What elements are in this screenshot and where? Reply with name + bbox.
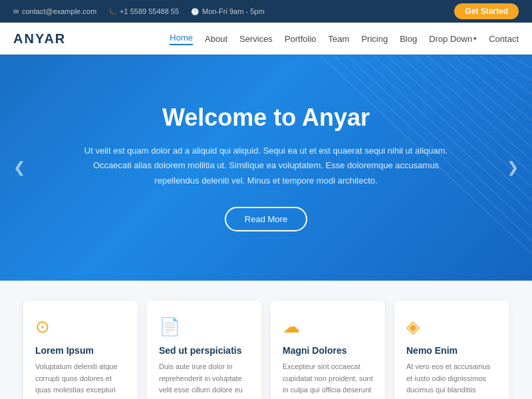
hero-next-arrow[interactable]: ❯: [507, 159, 519, 176]
nav-team[interactable]: Team: [329, 34, 350, 44]
navbar: ANYAR Home About Services Portfolio Team…: [0, 23, 532, 55]
nav-links: Home About Services Portfolio Team Prici…: [170, 33, 519, 45]
read-more-button[interactable]: Read More: [225, 207, 307, 231]
feature-card: ◈ Nemo Enim At vero eos et accusamus et …: [394, 301, 509, 399]
nav-home[interactable]: Home: [170, 33, 193, 45]
hero-prev-arrow[interactable]: ❮: [13, 159, 25, 176]
hero-text: Ut velit est quam dolor ad a aliquid qui…: [80, 144, 452, 188]
dribbble-icon: ⊙: [35, 317, 126, 337]
nav-about[interactable]: About: [205, 34, 227, 44]
feature-card: 📄 Sed ut perspiciatis Duis aute irure do…: [147, 301, 261, 399]
feature-card: ☁ Magni Dolores Excepteur sint occaecat …: [271, 301, 385, 399]
card-text: Excepteur sint occaecat cupidatat non pr…: [283, 361, 373, 399]
hours-info: 🕐 Mon-Fri 9am - 5pm: [191, 7, 265, 15]
cards-section: ⊙ Lorem Ipsum Voluptatum deleniti atque …: [0, 281, 532, 399]
svg-line-11: [492, 55, 532, 81]
hours-text: Mon-Fri 9am - 5pm: [202, 7, 265, 15]
layers-icon: ◈: [406, 317, 497, 337]
card-title: Sed ut perspiciatis: [159, 345, 249, 356]
card-title: Nemo Enim: [406, 345, 497, 356]
nav-pricing[interactable]: Pricing: [361, 34, 388, 44]
email-contact: ✉ contact@example.com: [13, 7, 96, 15]
email-icon: ✉: [13, 8, 19, 15]
nav-contact[interactable]: Contact: [489, 34, 519, 44]
email-text: contact@example.com: [22, 7, 96, 15]
card-title: Magni Dolores: [283, 345, 373, 356]
phone-contact: 📞 +1 5589 55488 55: [108, 7, 179, 15]
phone-icon: 📞: [108, 8, 116, 15]
get-started-button[interactable]: Get Started: [454, 3, 519, 19]
card-title: Lorem Ipsum: [35, 345, 126, 356]
phone-text: +1 5589 55488 55: [120, 7, 179, 15]
hero-content: Welcome to Anyar Ut velit est quam dolor…: [66, 104, 466, 231]
feature-card: ⊙ Lorem Ipsum Voluptatum deleniti atque …: [23, 301, 138, 399]
svg-line-10: [479, 55, 532, 94]
top-bar-left: ✉ contact@example.com 📞 +1 5589 55488 55…: [13, 7, 265, 15]
card-text: At vero eos et accusamus et iusto odio d…: [406, 361, 497, 399]
nav-portfolio[interactable]: Portfolio: [285, 34, 317, 44]
nav-blog[interactable]: Blog: [400, 34, 417, 44]
doc-icon: 📄: [159, 317, 249, 337]
logo: ANYAR: [13, 31, 66, 47]
cloud-icon: ☁: [283, 317, 373, 337]
hero-title: Welcome to Anyar: [80, 104, 452, 132]
clock-icon: 🕐: [191, 8, 199, 15]
hero-section: ❮ Welcome to Anyar Ut velit est quam dol…: [0, 55, 532, 281]
card-text: Duis aute irure dolor in reprehenderit i…: [159, 361, 249, 399]
nav-dropdown[interactable]: Drop Down ▾: [429, 34, 477, 44]
nav-services[interactable]: Services: [239, 34, 273, 44]
card-text: Voluptatum deleniti atque corrupti quos …: [35, 361, 126, 399]
chevron-down-icon: ▾: [473, 35, 477, 42]
top-bar: ✉ contact@example.com 📞 +1 5589 55488 55…: [0, 0, 532, 23]
